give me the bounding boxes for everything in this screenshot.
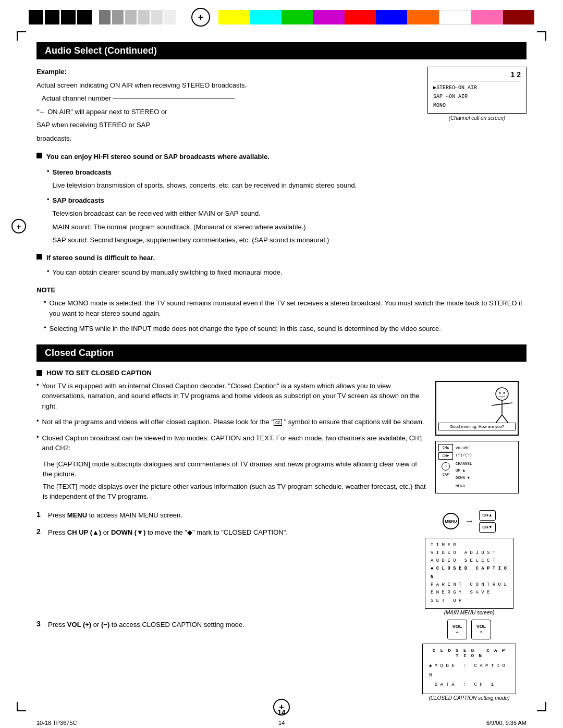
audio-select-title: Audio Select (Continued) (45, 45, 157, 56)
square-bullet-2 (36, 254, 42, 260)
vol-plus-icon: + (480, 630, 482, 635)
main-menu-screen: T I M E R V I D E O A D J U S T A U D I … (425, 538, 513, 609)
step-3: 3 Press VOL (+) or (−) to access CLOSED … (36, 620, 401, 633)
channel-divider (433, 81, 521, 81)
example-line-4: SAP when receiving STEREO or SAP (36, 120, 417, 130)
caption-mode-desc: The [CAPTION] mode subscripts dialogues … (43, 459, 426, 479)
menu-item-setup: S E T U P (431, 597, 508, 605)
remote-buttons-col: CH▲ CH▼ ○ CAP (438, 444, 453, 490)
howto-label: HOW TO SET CLOSED CAPTION (46, 369, 152, 377)
corner-br (537, 702, 546, 711)
main-menu-screen-box: T I M E R V I D E O A D J U S T A U D I … (425, 538, 513, 615)
menu-btn-circle[interactable]: MENU (443, 513, 459, 529)
main-menu-label: (MAIN MENU screen) (425, 610, 513, 615)
menu-item-energy: E N E R G Y S A V E (431, 589, 508, 597)
remote-illustration: CH▲ CH▼ ○ CAP VOLUME (+)/(−) CHANNEL U (435, 441, 519, 493)
square-bullet-1 (36, 153, 42, 158)
vol-plus-btn[interactable]: VOL + (471, 620, 491, 639)
menu-item-video: V I D E O A D J U S T (431, 549, 508, 557)
sap-detail-1: Television broadcast can be received wit… (53, 208, 329, 219)
cc-intro-bullet-1: • (36, 381, 39, 415)
menu-label: MENU (456, 483, 472, 490)
cc-intro-bullet-2: • (36, 417, 39, 430)
black-blocks (29, 10, 92, 24)
main-content: Audio Select (Continued) Example: Actual… (0, 32, 563, 728)
note-text-2: Selecting MTS while in the INPUT mode do… (50, 324, 441, 334)
closed-caption-title: Closed Caption (45, 348, 114, 358)
channel-label: CHANNEL (456, 461, 472, 468)
steps-12-text: 1 Press MENU to access MAIN MENU screen.… (36, 510, 401, 615)
cc-intro-para-3: Closed Caption broadcast can be viewed i… (42, 433, 426, 453)
vol-minus-label: VOL (452, 624, 462, 630)
note-section: NOTE • Once MONO mode is selected, the T… (36, 285, 527, 337)
step-3-images: VOL − VOL + C L O S E D C A P T I O N ◆ … (412, 620, 527, 701)
tv-illustration: Good morning. How are you? (435, 381, 519, 436)
step-1: 1 Press MENU to access MAIN MENU screen. (36, 510, 401, 524)
vol-plus-label: VOL (476, 624, 486, 630)
audio-select-header: Audio Select (Continued) (36, 42, 527, 59)
step-3-text: 3 Press VOL (+) or (−) to access CLOSED … (36, 620, 401, 633)
cc-data-line: D A T A : C H 1 (429, 680, 509, 689)
left-crosshair: + (11, 219, 26, 233)
step-2-text: Press CH UP (▲) or DOWN (▼) to move the … (48, 527, 288, 538)
cc-setting-title: C L O S E D C A P T I O N (429, 648, 509, 659)
dot-bullet-sap: • (47, 195, 50, 203)
remote-center-btn[interactable]: ○ (442, 462, 450, 471)
stereo-detail: Live television transmission of sports, … (53, 180, 357, 191)
closed-caption-header: Closed Caption (36, 344, 527, 362)
color-blocks (218, 10, 534, 24)
stereo-difficult-text: If stereo sound is difficult to hear. (46, 254, 155, 262)
step-2: 2 Press CH UP (▲) or DOWN (▼) to move th… (36, 527, 401, 541)
note-bullet-1: • (44, 298, 46, 322)
top-crosshair: + (191, 8, 210, 27)
step-1-number: 1 (36, 510, 44, 519)
ch-btn-group: CH▲ CH▼ (438, 444, 453, 460)
cc-setting-label: (CLOSED CAPTION setting mode) (422, 695, 516, 701)
howto-heading: HOW TO SET CLOSED CAPTION (36, 369, 527, 377)
channel-display-box: 1 2 ▶STEREO←ON AIR SAP ←ON AIR MONO (Cha… (427, 67, 527, 146)
cc-setting-screen: C L O S E D C A P T I O N ◆ M O D E : C … (422, 644, 516, 694)
cc-text-column: • Your TV is equipped with an internal C… (36, 381, 426, 504)
cc-intro-bullet-3: • (36, 433, 39, 456)
steps-12-area: 1 Press MENU to access MAIN MENU screen.… (36, 510, 527, 615)
menu-item-audio: A U D I O S E L E C T (431, 557, 508, 565)
sap-detail-2: MAIN sound: The normal program soundtrac… (53, 222, 329, 232)
ch-down-btn[interactable]: CH▼ (438, 452, 453, 460)
menu-arrow-icon: → (464, 516, 474, 527)
menu-arrow-ch: MENU → CH▲ CH▼ (443, 510, 496, 533)
example-line-5: broadcasts. (36, 133, 417, 144)
tv-caption-bar: Good morning. How are you? (438, 423, 516, 430)
step-3-number: 3 (36, 620, 44, 628)
volume-label: VOLUME (456, 445, 472, 452)
ch-up-button[interactable]: CH▲ (479, 510, 496, 521)
channel-number: 1 2 (433, 70, 521, 79)
vol-buttons-area: VOL − VOL + (447, 620, 491, 639)
example-line-2: Actual channel number —————————————————— (42, 93, 417, 104)
example-text: Example: Actual screen indicating ON AIR… (36, 67, 417, 146)
footer-right-date: 6/9/00, 9:35 AM (486, 720, 527, 726)
ch-up-btn[interactable]: CH▲ (438, 444, 453, 451)
note-bullet-2: • (44, 324, 46, 337)
remote-labels: VOLUME (+)/(−) CHANNEL UP ▲ DOWN ▼ MENU (456, 444, 472, 490)
menu-item-timer: T I M E R (431, 541, 508, 549)
svg-point-6 (504, 392, 505, 393)
ch-area: CH▲ CH▼ (438, 444, 453, 460)
cc-intro-para-2: Not all the programs and videos will off… (42, 417, 424, 427)
channel-call-label: (Channel call on screen) (427, 115, 527, 121)
stereo-label: Stereo broadcasts (53, 168, 112, 176)
menu-item-parent: P A R E N T C O N T R O L (431, 581, 508, 589)
menu-item-cc: ◆ C L O S E D C A P T I O N (431, 565, 508, 581)
dot-bullet-stereo: • (47, 167, 50, 175)
example-line-1: Actual screen indicating ON AIR when rec… (36, 80, 417, 91)
corner-bl (17, 702, 26, 711)
person-svg (473, 385, 515, 426)
steps-12-images: MENU → CH▲ CH▼ T I M E R V I D E O A D J… (412, 510, 527, 615)
note-text-1: Once MONO mode is selected, the TV sound… (50, 298, 527, 318)
corner-tr (537, 31, 546, 41)
note-label: NOTE (36, 286, 55, 294)
cc-intro-para-1: Your TV is equipped with an internal Clo… (42, 381, 426, 412)
channel-down-label: DOWN ▼ (456, 475, 472, 482)
top-color-bar: + (0, 0, 563, 32)
vol-minus-btn[interactable]: VOL − (447, 620, 467, 639)
ch-down-button[interactable]: CH▼ (479, 522, 496, 533)
